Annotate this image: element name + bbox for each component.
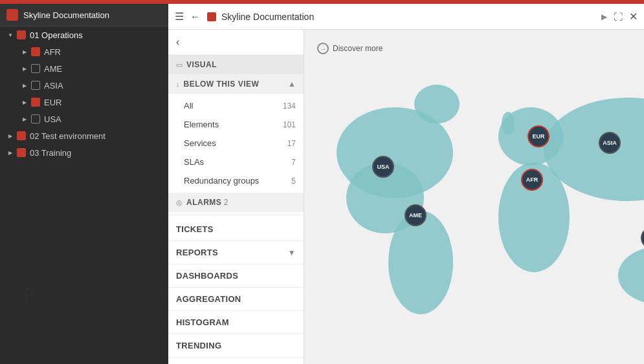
visual-label: VISUAL bbox=[186, 60, 217, 69]
chevron-afr bbox=[19, 47, 30, 57]
cursor-arrow: ▷ bbox=[26, 284, 36, 299]
chevron-training bbox=[5, 147, 16, 158]
region-marker-eur[interactable]: EUR bbox=[527, 125, 550, 147]
sidebar-item-ame[interactable]: AME bbox=[0, 60, 168, 77]
nav-arrow-icon: ▶ bbox=[601, 12, 607, 21]
sidebar-item-test-environment[interactable]: 02 Test environment bbox=[0, 127, 168, 144]
slas-count: 7 bbox=[291, 158, 296, 167]
svg-point-2 bbox=[414, 85, 460, 123]
hamburger-button[interactable]: ☰ bbox=[175, 10, 184, 23]
sidebar-item-training[interactable]: 03 Training bbox=[0, 144, 168, 161]
alarms-icon: ◎ bbox=[176, 198, 183, 207]
menu-panel: ‹ ▭ VISUAL ↓ BELOW THIS VIEW ▲ bbox=[168, 30, 304, 364]
histogram-label: HISTOGRAM bbox=[176, 317, 229, 327]
chevron-ame bbox=[19, 63, 30, 74]
test-label: 02 Test environment bbox=[30, 131, 105, 141]
all-label: All bbox=[184, 101, 193, 111]
afr-marker-label: AFR bbox=[526, 177, 539, 183]
region-marker-afr[interactable]: AFR bbox=[521, 169, 543, 191]
tickets-label: TICKETS bbox=[176, 224, 214, 234]
training-label: 03 Training bbox=[30, 148, 71, 158]
afr-icon bbox=[31, 47, 40, 56]
menu-item-reports[interactable]: REPORTS ▼ bbox=[168, 241, 304, 264]
region-marker-asia[interactable]: ASIA bbox=[599, 132, 621, 154]
alarms-label: ALARMS bbox=[186, 198, 221, 207]
menu-section-visual[interactable]: ▭ VISUAL bbox=[168, 55, 304, 74]
sidebar-item-afr[interactable]: AFR bbox=[0, 43, 168, 60]
nav-bar: ☰ ← Skyline Documentation ▶ ⛶ ✕ bbox=[168, 4, 644, 30]
usa-icon bbox=[31, 114, 40, 123]
services-label: Services bbox=[184, 138, 216, 148]
menu-item-tickets[interactable]: TICKETS bbox=[168, 218, 304, 241]
below-label: BELOW THIS VIEW bbox=[184, 80, 260, 89]
sidebar-item-asia[interactable]: ASIA bbox=[0, 77, 168, 94]
nav-title: Skyline Documentation bbox=[221, 12, 597, 22]
sidebar: Skyline Documentation 01 Operations AFR … bbox=[0, 4, 168, 364]
svg-point-3 bbox=[388, 211, 453, 314]
menu-item-slas[interactable]: SLAs 7 bbox=[168, 153, 304, 171]
sidebar-title: Skyline Documentation bbox=[23, 10, 109, 20]
menu-section-alarms[interactable]: ◎ ALARMS 2 bbox=[168, 193, 304, 212]
afr-label: AFR bbox=[44, 47, 61, 57]
chevron-usa bbox=[19, 114, 30, 124]
monitor-icon: ▭ bbox=[176, 61, 183, 69]
sidebar-logo-icon bbox=[6, 9, 18, 21]
close-button[interactable]: ✕ bbox=[629, 10, 638, 23]
menu-item-services[interactable]: Services 17 bbox=[168, 134, 304, 153]
below-collapse-icon[interactable]: ▲ bbox=[288, 80, 296, 89]
dashboards-label: DASHBOARDS bbox=[176, 271, 238, 281]
expand-button[interactable]: ⛶ bbox=[614, 12, 623, 22]
sidebar-item-operations[interactable]: 01 Operations bbox=[0, 27, 168, 43]
menu-item-trending[interactable]: TRENDING bbox=[168, 334, 304, 358]
region-marker-usa[interactable]: USA bbox=[372, 156, 394, 178]
chevron-eur bbox=[19, 97, 30, 107]
menu-item-all[interactable]: All 134 bbox=[168, 96, 304, 115]
sidebar-item-usa[interactable]: USA bbox=[0, 111, 168, 127]
usa-label: USA bbox=[44, 114, 61, 124]
redundancy-label: Redundancy groups bbox=[184, 176, 259, 186]
world-map bbox=[311, 49, 644, 359]
sidebar-item-eur[interactable]: EUR bbox=[0, 94, 168, 111]
asia-label: ASIA bbox=[44, 81, 63, 91]
menu-item-redundancy[interactable]: Redundancy groups 5 bbox=[168, 171, 304, 190]
menu-item-elements[interactable]: Elements 101 bbox=[168, 115, 304, 134]
reports-arrow-icon: ▼ bbox=[288, 248, 296, 257]
services-count: 17 bbox=[287, 139, 296, 148]
alarms-count: 2 bbox=[224, 198, 228, 207]
sidebar-header: Skyline Documentation bbox=[0, 4, 168, 27]
chevron-asia bbox=[19, 80, 30, 91]
operations-icon bbox=[17, 30, 26, 39]
menu-back-button[interactable]: ‹ bbox=[168, 30, 304, 55]
map-area: → Discover more bbox=[304, 30, 644, 364]
asia-icon bbox=[31, 81, 40, 90]
asia-marker-label: ASIA bbox=[603, 140, 617, 146]
ame-label: AME bbox=[44, 64, 62, 74]
aggregation-label: AGGREGATION bbox=[176, 294, 241, 304]
usa-marker-label: USA bbox=[377, 164, 389, 170]
menu-item-aggregation[interactable]: AGGREGATION bbox=[168, 288, 304, 311]
menu-item-dashboards[interactable]: DASHBOARDS bbox=[168, 264, 304, 288]
chevron-test bbox=[5, 131, 16, 141]
elements-count: 101 bbox=[283, 120, 296, 129]
svg-point-7 bbox=[618, 246, 644, 305]
slas-label: SLAs bbox=[184, 157, 204, 167]
eur-marker-label: EUR bbox=[532, 133, 544, 140]
eur-label: EUR bbox=[44, 98, 61, 107]
redundancy-count: 5 bbox=[291, 177, 296, 186]
below-view-items: All 134 Elements 101 Services 17 SLAs 7 bbox=[168, 94, 304, 193]
elements-label: Elements bbox=[184, 120, 219, 129]
trending-label: TRENDING bbox=[176, 341, 221, 350]
svg-point-9 bbox=[502, 112, 515, 135]
below-icon: ↓ bbox=[176, 80, 180, 88]
content-area: ‹ ▭ VISUAL ↓ BELOW THIS VIEW ▲ bbox=[168, 30, 644, 364]
reports-label: REPORTS bbox=[176, 248, 218, 257]
back-button[interactable]: ← bbox=[190, 11, 201, 23]
menu-divider-1 bbox=[168, 215, 304, 215]
main-container: Skyline Documentation 01 Operations AFR … bbox=[0, 4, 644, 364]
chevron-operations bbox=[5, 30, 16, 40]
test-icon bbox=[17, 131, 26, 140]
operations-label: 01 Operations bbox=[30, 30, 83, 40]
menu-section-below-view[interactable]: ↓ BELOW THIS VIEW ▲ bbox=[168, 74, 304, 94]
menu-item-histogram[interactable]: HISTOGRAM bbox=[168, 311, 304, 334]
region-marker-ame[interactable]: AME bbox=[405, 204, 427, 226]
